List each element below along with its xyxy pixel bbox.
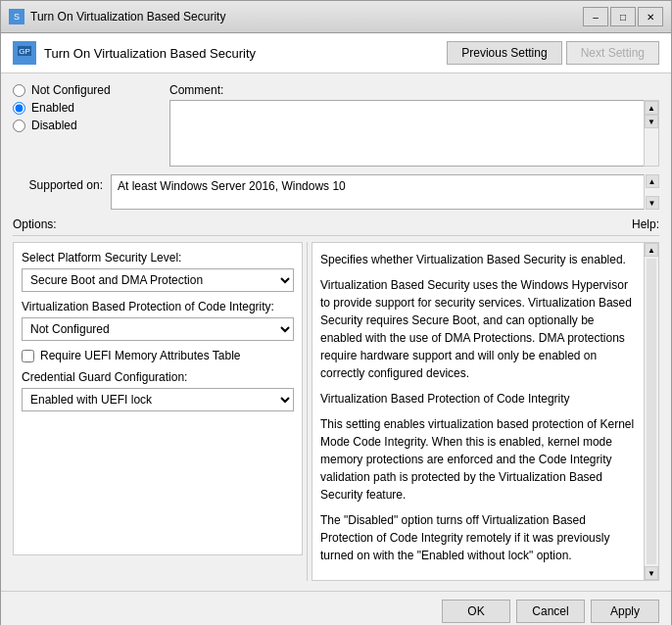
comment-container: ▲ ▼ [169, 100, 659, 167]
help-scroll-up[interactable]: ▲ [645, 243, 658, 257]
comment-textarea[interactable] [169, 100, 659, 167]
uefi-checkbox[interactable] [22, 350, 34, 362]
help-p3: Virtualization Based Protection of Code … [320, 390, 639, 408]
maximize-button[interactable]: □ [610, 7, 636, 26]
prev-setting-button[interactable]: Previous Setting [447, 41, 561, 65]
help-panel-wrapper: Specifies whether Virtualization Based S… [312, 242, 659, 581]
radio-group: Not Configured Enabled Disabled [13, 83, 169, 132]
vbs-label: Virtualization Based Protection of Code … [22, 300, 294, 313]
help-scroll-thumb[interactable] [647, 259, 656, 564]
content-area: Not Configured Enabled Disabled Comment:… [1, 73, 671, 591]
top-section: Not Configured Enabled Disabled Comment:… [13, 83, 659, 174]
options-panel: Select Platform Security Level: Secure B… [13, 242, 303, 555]
header-title-area: GP Turn On Virtualization Based Security [13, 41, 256, 65]
main-window: S Turn On Virtualization Based Security … [0, 0, 672, 625]
svg-text:GP: GP [19, 47, 30, 56]
scroll-down-arrow[interactable]: ▼ [645, 115, 658, 128]
not-configured-radio-label[interactable]: Not Configured [13, 83, 169, 97]
platform-group: Select Platform Security Level: Secure B… [22, 251, 294, 292]
vbs-group: Virtualization Based Protection of Code … [22, 300, 294, 341]
not-configured-label: Not Configured [31, 83, 111, 97]
help-column: Specifies whether Virtualization Based S… [307, 242, 659, 581]
uefi-checkbox-label[interactable]: Require UEFI Memory Attributes Table [40, 349, 241, 362]
header-icon: GP [13, 41, 36, 65]
options-label: Options: [13, 217, 57, 231]
enabled-radio[interactable] [13, 102, 25, 115]
credential-select[interactable]: Disabled Enabled with UEFI lock Enabled … [22, 388, 294, 411]
apply-button[interactable]: Apply [591, 600, 659, 623]
title-bar-left: S Turn On Virtualization Based Security [9, 9, 225, 24]
window-icon: S [9, 9, 24, 24]
help-p2: Virtualization Based Security uses the W… [320, 276, 639, 382]
credential-label: Credential Guard Configuration: [22, 370, 294, 384]
help-p1: Specifies whether Virtualization Based S… [320, 251, 639, 268]
enabled-label: Enabled [31, 101, 74, 115]
minimize-button[interactable]: – [583, 7, 608, 26]
help-p5: The "Disabled" option turns off Virtuali… [320, 511, 639, 564]
help-scrollbar: ▲ ▼ [644, 242, 659, 581]
next-setting-button[interactable]: Next Setting [566, 41, 659, 65]
close-button[interactable]: ✕ [638, 7, 663, 26]
disabled-radio-label[interactable]: Disabled [13, 119, 169, 132]
svg-text:S: S [14, 12, 20, 22]
header-title-text: Turn On Virtualization Based Security [44, 46, 256, 61]
supported-value: At least Windows Server 2016, Windows 10 [111, 174, 659, 210]
supported-scroll-down[interactable]: ▼ [646, 196, 659, 210]
help-p4: This setting enables virtualization base… [320, 415, 639, 504]
comment-label: Comment: [169, 83, 659, 97]
header-nav-buttons: Previous Setting Next Setting [447, 41, 659, 65]
supported-scroll-up[interactable]: ▲ [646, 174, 659, 188]
supported-scrollbar: ▲ ▼ [644, 174, 659, 210]
supported-label: Supported on: [13, 174, 111, 192]
supported-box-wrapper: At least Windows Server 2016, Windows 10… [111, 174, 659, 210]
help-label: Help: [632, 217, 659, 231]
supported-section: Supported on: At least Windows Server 20… [13, 174, 659, 210]
section-labels: Options: Help: [13, 217, 659, 231]
two-col-layout: Select Platform Security Level: Secure B… [13, 235, 659, 581]
comment-scrollbar: ▲ ▼ [644, 100, 659, 167]
title-bar-controls: – □ ✕ [583, 7, 663, 26]
options-column: Select Platform Security Level: Secure B… [13, 242, 307, 581]
not-configured-radio[interactable] [13, 84, 25, 97]
header-bar: GP Turn On Virtualization Based Security… [1, 33, 671, 73]
help-panel: Specifies whether Virtualization Based S… [312, 242, 659, 581]
cancel-button[interactable]: Cancel [516, 600, 585, 623]
help-scroll-down[interactable]: ▼ [645, 566, 658, 580]
uefi-checkbox-row: Require UEFI Memory Attributes Table [22, 349, 294, 362]
vbs-select[interactable]: Not Configured Enabled with UEFI lock En… [22, 317, 294, 341]
ok-button[interactable]: OK [442, 600, 510, 623]
comment-section: Comment: ▲ ▼ [169, 83, 659, 167]
scroll-up-arrow[interactable]: ▲ [645, 101, 658, 115]
bottom-bar: OK Cancel Apply [1, 591, 671, 625]
title-bar: S Turn On Virtualization Based Security … [1, 1, 671, 33]
credential-group: Credential Guard Configuration: Disabled… [22, 370, 294, 411]
title-bar-text: Turn On Virtualization Based Security [30, 10, 225, 24]
platform-select[interactable]: Secure Boot and DMA Protection Secure Bo… [22, 268, 294, 292]
platform-label: Select Platform Security Level: [22, 251, 294, 264]
enabled-radio-label[interactable]: Enabled [13, 101, 169, 115]
disabled-label: Disabled [31, 119, 77, 132]
disabled-radio[interactable] [13, 120, 25, 132]
